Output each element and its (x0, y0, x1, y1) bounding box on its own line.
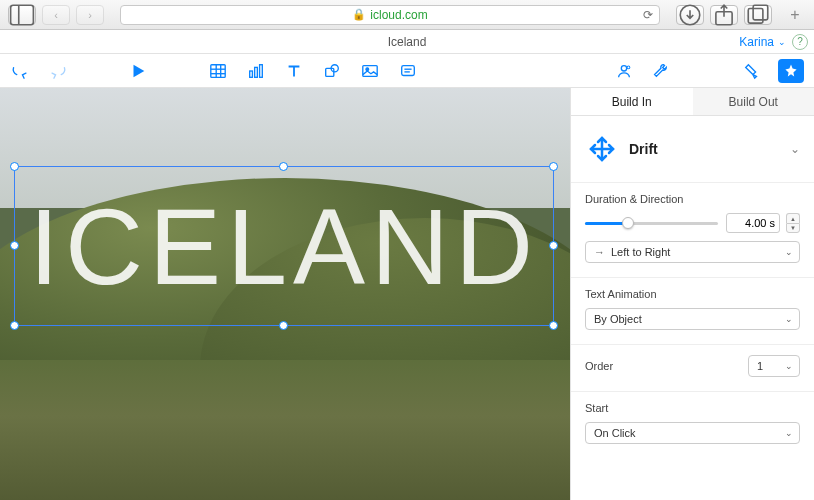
duration-slider[interactable] (585, 216, 718, 230)
inspector-panel: Build In Build Out Drift ⌄ Duration & Di… (570, 88, 814, 500)
effect-name: Drift (629, 141, 658, 157)
insert-comment-button[interactable] (398, 61, 418, 81)
address-bar[interactable]: 🔒 icloud.com ⟳ (120, 5, 660, 25)
chevron-down-icon: ⌄ (785, 314, 793, 324)
animate-inspector-button[interactable] (778, 59, 804, 83)
chevron-down-icon: ⌄ (778, 37, 786, 47)
insert-table-button[interactable] (208, 61, 228, 81)
build-tabs: Build In Build Out (571, 88, 814, 116)
resize-handle[interactable] (549, 162, 558, 171)
redo-button[interactable] (48, 61, 68, 81)
selected-text-box[interactable]: ICELAND (14, 166, 554, 326)
start-section: Start On Click ⌄ (571, 392, 814, 458)
stepper-up[interactable]: ▲ (786, 213, 800, 223)
stepper-down[interactable]: ▼ (786, 223, 800, 233)
effect-selector[interactable]: Drift ⌄ (571, 116, 814, 183)
browser-chrome: ‹ › 🔒 icloud.com ⟳ + (0, 0, 814, 30)
tab-build-out[interactable]: Build Out (693, 88, 815, 115)
collaborate-button[interactable] (614, 61, 634, 81)
new-tab-button[interactable]: + (784, 0, 806, 30)
insert-image-button[interactable] (360, 61, 380, 81)
duration-stepper[interactable]: ▲ ▼ (786, 213, 800, 233)
user-name: Karina (739, 35, 774, 49)
nav-forward-button[interactable]: › (76, 5, 104, 25)
lock-icon: 🔒 (352, 8, 366, 21)
sidebar-toggle-button[interactable] (8, 5, 36, 25)
direction-value: Left to Right (611, 246, 670, 258)
text-animation-section: Text Animation By Object ⌄ (571, 278, 814, 345)
resize-handle[interactable] (10, 162, 19, 171)
resize-handle[interactable] (549, 321, 558, 330)
chevron-down-icon: ⌄ (785, 247, 793, 257)
slide-canvas[interactable]: ICELAND (0, 88, 570, 500)
drift-icon (585, 132, 619, 166)
arrow-right-icon: → (594, 246, 605, 258)
undo-button[interactable] (10, 61, 30, 81)
svg-rect-14 (326, 68, 334, 76)
svg-rect-13 (260, 64, 263, 77)
svg-rect-6 (211, 64, 225, 77)
insert-chart-button[interactable] (246, 61, 266, 81)
resize-handle[interactable] (279, 321, 288, 330)
tab-build-in[interactable]: Build In (571, 88, 693, 115)
svg-rect-12 (255, 67, 258, 77)
chevron-down-icon: ⌄ (790, 142, 800, 156)
play-button[interactable] (128, 61, 148, 81)
chevron-down-icon: ⌄ (785, 361, 793, 371)
insert-shape-button[interactable] (322, 61, 342, 81)
svg-rect-18 (402, 65, 415, 75)
start-select[interactable]: On Click ⌄ (585, 422, 800, 444)
section-label: Text Animation (585, 288, 800, 300)
section-label: Start (585, 402, 800, 414)
order-section: Order 1 ⌄ (571, 345, 814, 392)
svg-point-17 (366, 67, 369, 70)
resize-handle[interactable] (10, 241, 19, 250)
resize-handle[interactable] (279, 162, 288, 171)
direction-select[interactable]: → Left to Right ⌄ (585, 241, 800, 263)
text-animation-select[interactable]: By Object ⌄ (585, 308, 800, 330)
svg-rect-4 (748, 8, 763, 23)
text-animation-value: By Object (594, 313, 642, 325)
url-text: icloud.com (370, 8, 427, 22)
section-label: Duration & Direction (585, 193, 800, 205)
downloads-button[interactable] (676, 5, 704, 25)
svg-rect-16 (363, 65, 377, 76)
document-title-bar: Iceland Karina ⌄ ? (0, 30, 814, 54)
toolbar (0, 54, 814, 88)
document-title: Iceland (388, 35, 427, 49)
resize-handle[interactable] (10, 321, 19, 330)
tools-button[interactable] (650, 61, 670, 81)
order-select[interactable]: 1 ⌄ (748, 355, 800, 377)
svg-rect-0 (11, 5, 34, 25)
insert-text-button[interactable] (284, 61, 304, 81)
format-brush-button[interactable] (742, 61, 762, 81)
section-label: Order (585, 360, 613, 372)
order-value: 1 (757, 360, 763, 372)
duration-section: Duration & Direction 4.00 s ▲ ▼ → Left t… (571, 183, 814, 278)
start-value: On Click (594, 427, 636, 439)
share-button[interactable] (710, 5, 738, 25)
svg-rect-11 (250, 71, 253, 77)
help-button[interactable]: ? (792, 34, 808, 50)
slide-title-text[interactable]: ICELAND (15, 167, 553, 325)
background-valley (0, 360, 570, 500)
svg-point-21 (621, 65, 626, 70)
duration-field[interactable]: 4.00 s (726, 213, 780, 233)
user-menu-button[interactable]: Karina ⌄ (739, 35, 792, 49)
resize-handle[interactable] (549, 241, 558, 250)
chevron-down-icon: ⌄ (785, 428, 793, 438)
tabs-button[interactable] (744, 5, 772, 25)
nav-back-button[interactable]: ‹ (42, 5, 70, 25)
reload-icon[interactable]: ⟳ (643, 8, 653, 22)
svg-rect-5 (753, 5, 768, 20)
